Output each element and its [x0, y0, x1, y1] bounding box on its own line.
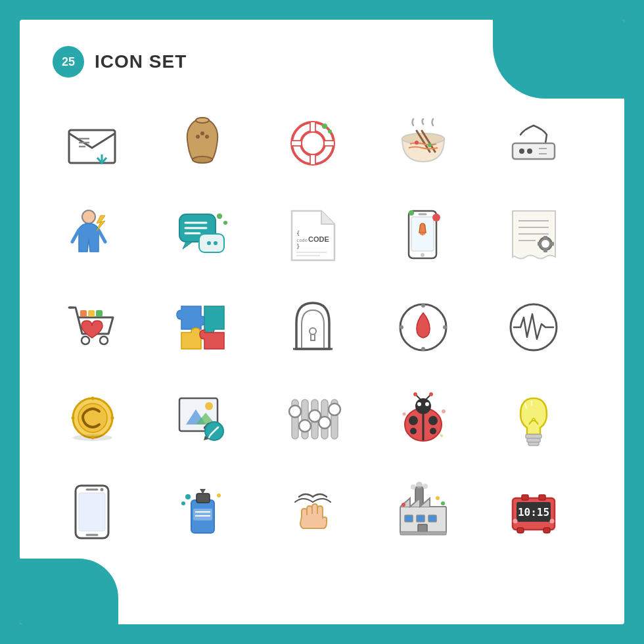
svg-point-78 [91, 436, 94, 440]
svg-point-61 [100, 336, 108, 344]
svg-point-6 [193, 156, 212, 163]
svg-point-12 [322, 124, 327, 129]
icon-chat-bubbles[interactable] [163, 196, 242, 275]
icon-vase[interactable] [163, 104, 242, 183]
svg-point-54 [541, 240, 549, 248]
svg-point-13 [328, 129, 332, 133]
icon-shopping-cart-heart[interactable] [53, 288, 131, 367]
icon-code-file[interactable]: { code } CODE [273, 196, 352, 275]
icon-alarm-clock[interactable]: 10:15 [494, 472, 573, 551]
svg-rect-31 [199, 234, 224, 252]
svg-point-69 [443, 325, 447, 329]
icon-lightbulb[interactable] [494, 380, 573, 459]
icon-mobile-notification[interactable] [384, 196, 463, 275]
svg-point-102 [428, 416, 438, 425]
svg-rect-153 [543, 528, 550, 533]
icons-grid: { code } CODE [53, 104, 591, 551]
svg-point-113 [402, 413, 405, 416]
svg-rect-0 [69, 130, 115, 163]
svg-rect-117 [528, 442, 539, 446]
svg-point-79 [71, 417, 74, 420]
svg-rect-140 [417, 515, 425, 522]
svg-text:CODE: CODE [308, 235, 329, 243]
svg-point-25 [82, 210, 95, 223]
svg-point-34 [217, 214, 222, 219]
svg-rect-56 [543, 249, 547, 252]
svg-point-114 [440, 434, 443, 437]
svg-point-71 [400, 325, 403, 329]
svg-rect-45 [420, 233, 425, 235]
icon-heartbeat[interactable] [494, 288, 573, 367]
svg-point-35 [223, 221, 227, 225]
svg-text:{: { [296, 230, 300, 237]
svg-rect-128 [193, 509, 212, 520]
icon-factory[interactable] [384, 472, 463, 551]
svg-rect-139 [405, 515, 413, 522]
svg-rect-57 [538, 242, 541, 246]
svg-point-124 [101, 488, 104, 491]
icon-coin-c[interactable] [53, 380, 131, 459]
svg-point-21 [519, 149, 524, 154]
icon-lifebuoy[interactable] [273, 104, 352, 183]
svg-rect-150 [522, 495, 528, 500]
badge: 25 [53, 46, 84, 78]
icon-water-drop[interactable] [384, 288, 463, 367]
svg-marker-127 [200, 489, 206, 494]
svg-point-101 [409, 416, 418, 425]
svg-text:10:15: 10:15 [518, 506, 549, 518]
svg-point-145 [436, 496, 440, 500]
icon-ladybug[interactable] [384, 380, 463, 459]
svg-point-17 [415, 141, 419, 145]
icon-glue-tube[interactable] [163, 472, 242, 551]
svg-point-105 [415, 398, 431, 414]
svg-point-11 [301, 131, 325, 155]
icon-ramen[interactable] [384, 104, 463, 183]
svg-point-106 [417, 402, 421, 406]
svg-rect-115 [526, 434, 541, 438]
svg-point-44 [421, 253, 425, 257]
icon-puzzle[interactable] [163, 288, 242, 367]
icon-person-bolt[interactable] [53, 196, 131, 275]
svg-point-7 [196, 135, 200, 139]
icon-arch[interactable] [273, 288, 352, 367]
svg-rect-62 [80, 310, 87, 317]
svg-point-144 [402, 503, 405, 507]
icon-grid-bars[interactable] [273, 380, 352, 459]
svg-point-95 [299, 420, 311, 432]
svg-rect-121 [79, 493, 105, 531]
svg-point-33 [214, 241, 218, 245]
icon-touch-gesture[interactable] [273, 472, 352, 551]
svg-point-18 [428, 143, 432, 147]
svg-rect-126 [196, 494, 210, 503]
svg-point-68 [421, 304, 425, 308]
svg-point-70 [421, 347, 425, 351]
icon-router[interactable] [494, 104, 573, 183]
svg-point-110 [413, 392, 417, 396]
svg-point-107 [425, 402, 429, 406]
svg-line-19 [545, 135, 547, 143]
svg-point-8 [200, 131, 204, 135]
svg-rect-58 [551, 242, 554, 246]
icon-image-edit[interactable] [163, 380, 242, 459]
svg-point-97 [319, 417, 331, 428]
svg-point-111 [429, 392, 433, 396]
svg-text:code: code [296, 238, 308, 243]
icon-email[interactable] [53, 104, 131, 183]
svg-point-155 [513, 519, 518, 524]
svg-point-133 [217, 494, 221, 497]
icon-smartphone[interactable] [53, 472, 131, 551]
svg-point-76 [91, 397, 94, 400]
svg-point-47 [432, 214, 440, 221]
svg-point-154 [550, 519, 555, 524]
icon-receipt-settings[interactable] [494, 196, 573, 275]
svg-point-32 [207, 241, 211, 245]
svg-rect-55 [543, 236, 547, 239]
svg-point-94 [289, 405, 301, 417]
svg-rect-116 [527, 438, 540, 442]
svg-point-22 [527, 149, 532, 154]
svg-rect-151 [539, 495, 545, 500]
svg-point-66 [310, 328, 316, 334]
svg-point-112 [442, 409, 446, 413]
header: 25 ICON SET [53, 46, 591, 78]
svg-point-135 [411, 484, 416, 490]
